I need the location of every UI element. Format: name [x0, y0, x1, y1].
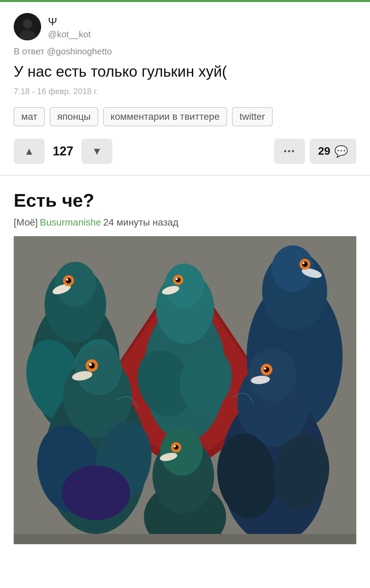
svg-point-41: [89, 363, 92, 366]
reply-to: В ответ @goshinoghetto: [14, 46, 356, 57]
second-post-title: Есть че?: [14, 189, 356, 212]
svg-point-56: [160, 428, 203, 476]
post-text: У нас есть только гулькин хуй(: [14, 62, 356, 81]
vote-group: ▲ 127 ▼: [14, 139, 112, 164]
avatar[interactable]: [14, 13, 41, 40]
svg-point-47: [248, 348, 296, 401]
dots-icon: •••: [284, 146, 295, 156]
svg-point-12: [55, 262, 96, 306]
post-time: 7:18 - 16 февр. 2018 г.: [14, 87, 356, 96]
svg-point-51: [264, 368, 266, 370]
svg-point-37: [75, 344, 122, 395]
username-psi: Ψ: [48, 15, 91, 28]
svg-point-50: [264, 367, 269, 372]
actions-row: ▲ 127 ▼ ••• 29 💬: [14, 139, 356, 164]
chat-icon: 💬: [334, 145, 348, 158]
author-name[interactable]: Busurmanishe: [40, 217, 101, 228]
comments-button[interactable]: 29 💬: [310, 139, 356, 164]
vote-count: 127: [45, 144, 82, 158]
more-button[interactable]: •••: [274, 139, 305, 164]
second-post-meta: [Моё] Busurmanishe 24 минуты назад: [14, 217, 356, 228]
downvote-button[interactable]: ▼: [82, 139, 112, 164]
time-ago: 24 минуты назад: [103, 217, 178, 228]
post-image[interactable]: [14, 236, 356, 544]
svg-point-28: [164, 264, 204, 308]
comment-count: 29: [318, 145, 330, 157]
tag-mat[interactable]: мат: [14, 107, 45, 126]
upvote-button[interactable]: ▲: [14, 139, 45, 164]
svg-point-3: [23, 19, 32, 27]
tags-row: мат японцы комментарии в твиттере twitte…: [14, 107, 356, 126]
svg-point-32: [176, 278, 178, 280]
username-handle: @kot__kot: [48, 28, 91, 40]
svg-point-60: [174, 445, 176, 447]
upvote-icon: ▲: [24, 145, 34, 157]
svg-point-44: [62, 465, 130, 520]
user-info: Ψ @kot__kot: [48, 13, 91, 41]
downvote-icon: ▼: [92, 145, 102, 157]
svg-point-16: [66, 279, 68, 281]
svg-rect-61: [14, 534, 356, 544]
post-header: Ψ @kot__kot: [14, 13, 356, 41]
my-label: [Моё]: [14, 217, 38, 228]
tag-japoncy[interactable]: японцы: [50, 107, 98, 126]
svg-point-25: [303, 262, 305, 264]
tag-twitter[interactable]: twitter: [232, 107, 273, 126]
second-post-card: Есть че? [Моё] Busurmanishe 24 минуты на…: [0, 176, 370, 544]
tag-comments[interactable]: комментарии в твиттере: [103, 107, 227, 126]
first-post-card: Ψ @kot__kot В ответ @goshinoghetto У нас…: [0, 2, 370, 164]
svg-point-24: [302, 261, 308, 267]
svg-point-15: [66, 278, 71, 283]
